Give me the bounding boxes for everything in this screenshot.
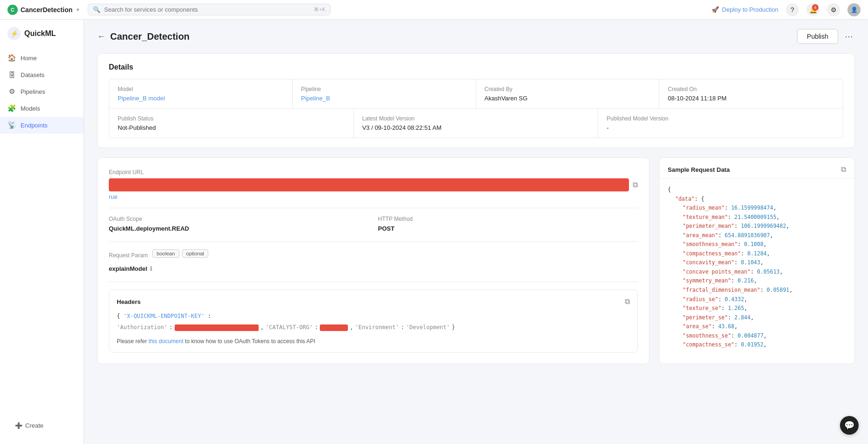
header-key-name: 'X-QUICKML-ENDPOINT-KEY' xyxy=(123,313,204,319)
http-method-label: HTTP Method xyxy=(378,216,638,222)
page-title: Cancer_Detection xyxy=(110,31,190,42)
sidebar-item-home[interactable]: 🏠 Home xyxy=(0,49,84,66)
endpoint-url-section: Endpoint URL ⧉ rue xyxy=(109,169,638,200)
more-options-button[interactable]: ⋯ xyxy=(843,29,855,43)
sidebar-nav: 🏠 Home 🗄 Datasets ⚙ Pipelines 🧩 Models 📡… xyxy=(0,49,84,437)
param-name-row: explainModel ℹ xyxy=(109,265,638,272)
endpoint-url-label: Endpoint URL xyxy=(109,169,638,176)
models-icon: 🧩 xyxy=(7,104,16,113)
latest-version-value: V3 / 09-10-2024 08:22:51 AM xyxy=(362,124,590,131)
datasets-icon: 🗄 xyxy=(7,70,16,79)
json-radius-se: "radius_se": 0.4332, xyxy=(668,295,846,304)
environment-label: 'Environment' xyxy=(355,323,399,332)
publish-status-value: Not-Published xyxy=(118,124,345,131)
sidebar-home-label: Home xyxy=(21,55,37,62)
oauth-method-row: OAuth Scope QuickML.deployment.READ HTTP… xyxy=(109,216,638,232)
environment-value: 'Development' xyxy=(406,323,450,332)
model-value[interactable]: Pipeline_B model xyxy=(118,95,284,102)
settings-button[interactable]: ⚙ xyxy=(827,3,840,16)
latest-version-label: Latest Model Version xyxy=(362,115,590,122)
json-compactness-se: "compactness_se": 0.01952, xyxy=(668,340,846,350)
endpoint-url-redacted xyxy=(109,178,629,191)
pipeline-value[interactable]: Pipeline_B xyxy=(301,95,467,102)
notification-badge: 4 xyxy=(812,4,819,11)
param-name-value: explainModel xyxy=(109,265,147,272)
json-smoothness-mean: "smoothness_mean": 0.1008, xyxy=(668,240,846,249)
search-bar: 🔍 ⌘+K xyxy=(88,4,331,15)
sidebar-endpoints-label: Endpoints xyxy=(21,122,48,129)
pipelines-icon: ⚙ xyxy=(7,87,16,96)
request-param-label: Request Param xyxy=(109,252,148,259)
main-content: ← Cancer_Detection Publish ⋯ Details Mod… xyxy=(84,20,868,444)
oauth-note: Please refer this document to know how t… xyxy=(117,338,630,345)
sample-body[interactable]: { "data": { "radius_mean": 16.1599998474… xyxy=(659,179,854,364)
created-on-label: Created On xyxy=(668,86,834,92)
model-label: Model xyxy=(118,86,284,92)
endpoint-card: Endpoint URL ⧉ rue OAuth Scope QuickML.d… xyxy=(97,157,649,364)
page-header-right: Publish ⋯ xyxy=(797,29,855,44)
json-fractal-dim-mean: "fractal_dimension_mean": 0.05891, xyxy=(668,286,846,295)
copy-headers-button[interactable]: ⧉ xyxy=(625,297,630,306)
rocket-icon: 🚀 xyxy=(712,6,719,13)
info-icon[interactable]: ℹ xyxy=(150,265,152,272)
json-concave-points-mean: "concave points_mean": 0.05613, xyxy=(668,268,846,277)
header-code-block: { 'X-QUICKML-ENDPOINT-KEY' : 'Authorizat… xyxy=(117,311,630,332)
deploy-to-production-button[interactable]: 🚀 Deploy to Production xyxy=(712,6,778,13)
published-version-cell: Published Model Version - xyxy=(598,109,843,138)
topnav-right: 🚀 Deploy to Production ? 🔔 4 ⚙ 👤 xyxy=(712,3,861,16)
url-suffix: rue xyxy=(109,193,638,200)
publish-button[interactable]: Publish xyxy=(797,29,838,44)
sample-header: Sample Request Data ⧉ xyxy=(659,158,854,179)
oauth-scope-label: OAuth Scope xyxy=(109,216,369,222)
http-method-section: HTTP Method POST xyxy=(378,216,638,232)
sidebar-brand-name: QuickML xyxy=(24,29,56,38)
sidebar-item-pipelines[interactable]: ⚙ Pipelines xyxy=(0,83,84,100)
published-version-label: Published Model Version xyxy=(607,115,834,122)
brand-chevron[interactable]: ▼ xyxy=(75,7,80,13)
brand-logo: C xyxy=(7,5,18,15)
help-button[interactable]: ? xyxy=(786,3,799,16)
latest-version-cell: Latest Model Version V3 / 09-10-2024 08:… xyxy=(354,109,599,138)
create-button[interactable]: ➕ Create xyxy=(7,416,51,435)
headers-title: Headers xyxy=(117,298,141,305)
search-input[interactable] xyxy=(104,6,310,13)
bottom-section: Endpoint URL ⧉ rue OAuth Scope QuickML.d… xyxy=(97,157,855,364)
details-section-title: Details xyxy=(109,63,843,71)
copy-url-button[interactable]: ⧉ xyxy=(633,181,638,189)
json-perimeter-se: "perimeter_se": 2.844, xyxy=(668,313,846,323)
headers-section: Headers ⧉ { 'X-QUICKML-ENDPOINT-KEY' : '… xyxy=(109,289,638,352)
plus-icon: ➕ xyxy=(15,422,22,429)
create-label: Create xyxy=(25,422,43,429)
divider-2 xyxy=(109,241,638,242)
request-param-section: Request Param boolean optional explainMo… xyxy=(109,249,638,272)
oauth-doc-link[interactable]: this document xyxy=(148,338,183,345)
published-version-value: - xyxy=(607,124,834,131)
page-header: ← Cancer_Detection Publish ⋯ xyxy=(97,29,855,44)
brand-name: CancerDetection xyxy=(21,6,72,14)
sidebar-models-label: Models xyxy=(21,105,40,112)
avatar[interactable]: 👤 xyxy=(847,3,861,16)
created-on-cell: Created On 08-10-2024 11:18 PM xyxy=(659,79,843,108)
sidebar-item-models[interactable]: 🧩 Models xyxy=(0,100,84,117)
search-icon: 🔍 xyxy=(93,6,100,13)
deploy-label: Deploy to Production xyxy=(722,6,778,13)
endpoint-url-bar: ⧉ xyxy=(109,178,638,191)
http-method-value: POST xyxy=(378,225,638,232)
sidebar-item-datasets[interactable]: 🗄 Datasets xyxy=(0,66,84,83)
notifications-button[interactable]: 🔔 4 xyxy=(806,3,819,16)
sidebar-logo: ⚡ QuickML xyxy=(0,27,84,49)
created-by-value: AkashVaren SG xyxy=(485,95,651,102)
gear-icon: ⚙ xyxy=(831,6,837,14)
divider-3 xyxy=(109,282,638,282)
chat-fab[interactable]: 💬 xyxy=(840,416,859,435)
copy-sample-button[interactable]: ⧉ xyxy=(841,165,846,174)
json-radius-mean: "radius_mean": 16.1599998474, xyxy=(668,204,846,213)
divider-1 xyxy=(109,208,638,208)
sidebar-item-endpoints[interactable]: 📡 Endpoints xyxy=(0,117,84,134)
details-card: Details Model Pipeline_B model Pipeline … xyxy=(97,53,855,148)
json-concavity-mean: "concavity_mean": 0.1043, xyxy=(668,258,846,268)
json-texture-mean: "texture_mean": 21.5400009155, xyxy=(668,213,846,222)
back-button[interactable]: ← xyxy=(97,32,106,42)
help-icon: ? xyxy=(790,6,794,14)
json-symmetry-mean: "symmetry_mean": 0.216, xyxy=(668,276,846,286)
